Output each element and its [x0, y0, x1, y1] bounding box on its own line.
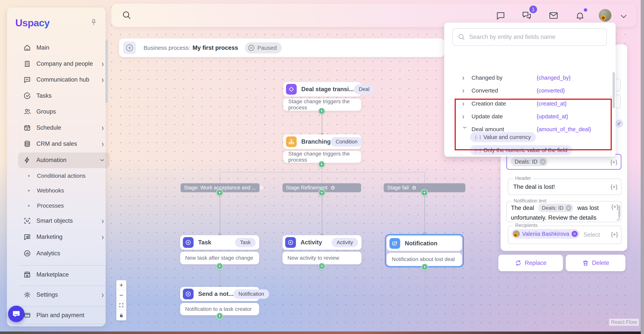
sidebar-item-marketing[interactable]: Marketing › — [19, 230, 108, 244]
gear-icon[interactable]: ⚙ — [412, 185, 416, 191]
notification-text-field[interactable]: Notification text The deal Deals: ID × w… — [506, 201, 622, 222]
chevron-right-icon[interactable]: › — [462, 86, 468, 95]
field-token[interactable]: {converted} — [537, 87, 565, 94]
add-step-button[interactable]: + — [421, 189, 428, 196]
node-task[interactable]: Task Task — [180, 235, 259, 250]
notification-text-content[interactable]: The deal Deals: ID × was lost unfortunat… — [511, 203, 611, 221]
resize-handle[interactable] — [616, 217, 620, 221]
sidebar-item-communication-hub[interactable]: Communication hub › — [19, 73, 108, 87]
sidebar-item-settings[interactable]: Settings › — [19, 288, 108, 302]
comment-icon[interactable] — [496, 10, 506, 20]
app-root: 1 🌻 Business process: My firs — [0, 0, 644, 334]
delete-button[interactable]: Delete — [566, 255, 626, 271]
notif-chip[interactable]: Deals: ID × — [538, 204, 573, 212]
gear-icon[interactable]: ⚙ — [259, 185, 264, 191]
node-activity[interactable]: Activity Activity — [282, 235, 362, 250]
fit-view-button[interactable] — [116, 301, 126, 311]
bullet-icon — [28, 190, 30, 192]
chevron-right-icon: › — [102, 232, 104, 242]
header-field[interactable]: Header The deal is lost! {+} — [508, 178, 622, 195]
node-notification[interactable]: Notification — [387, 236, 462, 251]
chats-badge-count: 1 — [532, 7, 534, 12]
sidebar-item-label: Plan and payment — [36, 312, 84, 319]
node-deal-stage-trigger[interactable]: Deal stage transi... Deal — [283, 82, 361, 96]
add-step-button[interactable]: + — [318, 161, 325, 168]
fields-search-input[interactable]: Search by entity and fields name — [452, 28, 607, 45]
insert-variable-button[interactable]: {+} — [610, 159, 617, 165]
profile-chevron-down-icon[interactable] — [620, 12, 628, 20]
recipient-chip[interactable]: 🌻 Valeriia Bashkirova × — [511, 229, 580, 239]
gear-icon[interactable]: ⚙ — [330, 185, 335, 191]
insert-variable-button[interactable]: {+} — [611, 184, 618, 190]
sidebar-item-crm-and-sales[interactable]: CRM and sales › — [19, 137, 108, 151]
sidebar-item-label: Marketing — [36, 234, 62, 240]
insert-variable-button[interactable]: {+} — [612, 204, 618, 210]
sidebar-item-tasks[interactable]: Tasks — [19, 89, 108, 103]
storefront-icon — [24, 271, 31, 279]
add-step-button[interactable]: + — [216, 313, 223, 320]
sidebar-item-webhooks[interactable]: Webhooks — [28, 184, 108, 197]
header-value[interactable]: The deal is lost! — [513, 183, 555, 190]
page-scrollbar[interactable] — [641, 0, 644, 334]
field-row-changed-by[interactable]: › Changed by {changed_by} — [444, 71, 616, 84]
sidebar-item-main[interactable]: Main — [19, 41, 108, 54]
delete-label: Delete — [592, 260, 609, 266]
sidebar-item-smart-objects[interactable]: Smart objects › — [19, 214, 108, 228]
sidebar-item-automation[interactable]: Automation › — [19, 153, 108, 167]
node-title: Deal stage transi... — [301, 86, 354, 93]
sidebar-item-marketplace[interactable]: Marketplace — [19, 268, 108, 282]
lock-button[interactable] — [116, 311, 126, 321]
react-flow-attribution[interactable]: React Flow — [609, 319, 639, 326]
edge-stage3-notification — [424, 196, 425, 234]
sidebar-item-company-and-people[interactable]: Company and people › — [19, 57, 108, 71]
sidebar-item-groups[interactable]: Groups — [19, 105, 108, 119]
plus-circle-icon — [183, 289, 194, 299]
recipients-select-placeholder[interactable]: Select — [584, 231, 600, 238]
annotation-highlight-box — [455, 99, 612, 150]
chip-label: Deals: ID — [542, 205, 563, 211]
zoom-in-button[interactable]: + — [116, 280, 126, 290]
sidebar-item-schedule[interactable]: Schedule › — [19, 121, 108, 135]
avatar[interactable]: 🌻 — [599, 9, 612, 22]
node-subtitle-text: Notification to a task creator — [185, 306, 252, 312]
add-step-button[interactable]: + — [216, 263, 223, 270]
sidebar-item-conditional-actions[interactable]: Conditional actions — [28, 170, 108, 182]
remove-chip-icon[interactable]: × — [566, 205, 571, 211]
node-send-notification[interactable]: Send a not... Notification — [180, 287, 259, 301]
recipients-field[interactable]: Recipients 🌻 Valeriia Bashkirova × Selec… — [508, 226, 622, 244]
mail-icon[interactable] — [548, 10, 558, 20]
chats-icon[interactable] — [522, 10, 532, 20]
bell-icon[interactable] — [575, 10, 585, 20]
field-token[interactable]: {changed_by} — [537, 75, 570, 81]
edge-send-down — [220, 319, 220, 326]
field-scrollbar[interactable] — [618, 205, 620, 218]
zoom-out-button[interactable]: − — [116, 290, 126, 301]
sidebar-item-plan-and-payment[interactable]: Plan and payment — [19, 308, 108, 322]
confirm-check-icon[interactable]: ✓ — [615, 119, 623, 128]
chevron-right-icon[interactable]: › — [462, 73, 468, 82]
remove-chip-icon[interactable]: × — [540, 159, 546, 165]
pin-icon[interactable] — [90, 18, 98, 26]
chart-circle-icon — [24, 250, 31, 257]
add-step-button[interactable]: + — [421, 264, 428, 270]
global-search-icon[interactable] — [122, 10, 132, 20]
add-step-button[interactable]: + — [318, 189, 325, 196]
node-badge: Condition — [330, 137, 362, 146]
dropdown-scrollbar[interactable] — [612, 72, 615, 108]
uspacy-logo[interactable]: Uspacy — [15, 17, 50, 28]
sidebar-item-processes[interactable]: Processes — [28, 200, 108, 212]
insert-variable-button[interactable]: {+} — [611, 231, 618, 238]
entity-id-chip[interactable]: Deals: ID × — [511, 157, 548, 166]
node-branching[interactable]: Branching Condition — [283, 134, 361, 149]
replace-button[interactable]: Replace — [498, 255, 563, 271]
support-chat-button[interactable] — [8, 306, 24, 322]
add-step-button[interactable]: + — [216, 189, 223, 196]
bell-dot — [584, 8, 587, 12]
field-row-converted[interactable]: › Converted {converted} — [444, 84, 616, 97]
sidebar-item-analytics[interactable]: Analytics — [19, 247, 108, 260]
remove-chip-icon[interactable]: × — [572, 231, 578, 237]
sidebar-item-label: Smart objects — [36, 217, 73, 224]
back-button[interactable] — [123, 41, 136, 54]
add-step-button[interactable]: + — [318, 108, 325, 114]
add-step-button[interactable]: + — [318, 263, 325, 270]
